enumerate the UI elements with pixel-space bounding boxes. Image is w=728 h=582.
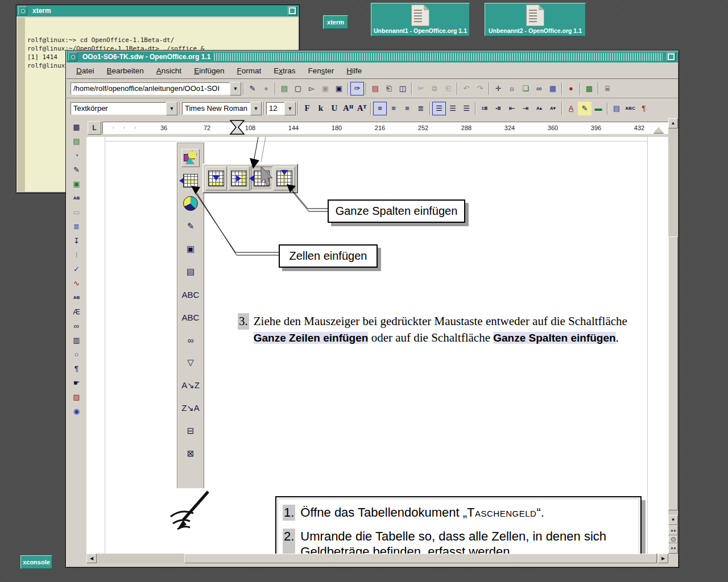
menu-extras[interactable]: Extras [267, 65, 301, 77]
save-document-icon[interactable]: ▣ [318, 82, 332, 95]
align-right-icon[interactable]: ≡ [400, 102, 414, 115]
highlight-color-icon[interactable]: ✎ [578, 102, 592, 115]
menu-einfuegen[interactable]: Einfügen [188, 65, 230, 77]
window-maximize-button[interactable] [667, 52, 676, 61]
scroll-up-button[interactable]: ▲ [668, 118, 678, 128]
superscript-icon[interactable]: Aᴴ [341, 102, 355, 115]
copy-icon[interactable]: ⧉ [428, 82, 441, 95]
stop-loading-icon[interactable]: ● [259, 82, 273, 95]
insert-object-icon[interactable]: ◔ [70, 148, 84, 162]
export-pdf-icon[interactable]: ▤ [369, 82, 382, 95]
insert-graphics-icon[interactable]: ▩ [582, 82, 596, 95]
url-input[interactable]: /home/rolf/openoffice/anleitungen/OOo1-S… [71, 82, 230, 95]
edit-mode-icon[interactable]: ✑ [350, 82, 364, 95]
paragraph-style-value[interactable]: Textkörper [71, 102, 166, 115]
new-document-icon[interactable]: ▢ [291, 82, 305, 95]
direct-cursor-icon[interactable]: ☛ [70, 376, 84, 389]
xterm-maximize-button[interactable] [288, 6, 297, 15]
insert-table-icon[interactable]: ▦ [70, 120, 84, 134]
menu-ansicht[interactable]: Ansicht [150, 65, 188, 77]
online-layout-toggle-icon[interactable]: ◉ [70, 404, 84, 418]
insert-footnote-icon[interactable]: ↧ [70, 234, 84, 247]
data-sources-icon[interactable]: ▥ [70, 333, 84, 347]
horizontal-scrollbar[interactable]: ◀ ▶ [86, 554, 668, 563]
linespacing-15-icon[interactable]: ☰ [446, 102, 460, 115]
ruler-indent-marker[interactable] [653, 127, 664, 133]
paste-icon[interactable]: ⎗ [441, 82, 455, 95]
xconsole-minimized-icon[interactable]: xconsole [20, 555, 52, 569]
xterm-scrollbar[interactable] [18, 18, 26, 192]
formatting-marks-icon[interactable]: ¶ [637, 102, 651, 115]
vertical-scroll-thumb[interactable] [668, 236, 678, 510]
menu-format[interactable]: Format [230, 65, 267, 77]
minwin-unbenannt1[interactable]: Unbenannt1 - OpenOffice.org 1.1 [371, 3, 470, 36]
font-increase-icon[interactable]: A▴ [532, 102, 546, 115]
form-functions-icon[interactable]: ▣ [70, 177, 84, 190]
hyperlink-icon[interactable]: ∞ [532, 82, 546, 95]
vertical-scroll-track[interactable] [668, 128, 678, 515]
bullet-list-icon[interactable]: •≣ [491, 102, 505, 115]
font-name-value[interactable]: Times New Roman [182, 102, 250, 115]
ruler-tab-type-button[interactable]: L [88, 121, 101, 135]
insert-icon[interactable]: ▤ [70, 134, 84, 148]
bold-icon[interactable]: F [300, 102, 314, 115]
align-left-icon[interactable]: ≡ [373, 102, 387, 115]
align-justify-icon[interactable]: ≣ [414, 102, 428, 115]
page-style-icon[interactable]: ▤ [610, 102, 623, 115]
decrease-indent-icon[interactable]: ⇤ [505, 102, 519, 115]
navigation-button[interactable] [668, 535, 678, 543]
stylist-icon[interactable]: ☼ [505, 82, 519, 95]
url-dropdown-button[interactable]: ▼ [230, 82, 241, 95]
insert-frame-icon[interactable]: ▭ [70, 205, 84, 219]
open-document-icon[interactable]: ▻ [305, 82, 318, 95]
scroll-down-button[interactable]: ▼ [668, 515, 678, 525]
xterm-minimized-icon[interactable]: xterm [323, 15, 348, 29]
window-menu-button[interactable] [68, 52, 77, 61]
auto-spellcheck-icon[interactable]: ∿ [70, 276, 84, 290]
subscript-icon[interactable]: Aᵀ [355, 102, 369, 115]
paragraph-bg-icon[interactable]: ▬ [592, 102, 605, 115]
print-icon[interactable]: ⎗ [382, 82, 396, 95]
paragraph-style-dropdown[interactable]: ▼ [166, 102, 177, 115]
xterm-menu-button[interactable] [18, 6, 27, 15]
spellcheck-abc-icon[interactable]: ABC [623, 102, 637, 115]
font-size-value[interactable]: 12 [266, 102, 284, 115]
draw-functions-icon[interactable]: ✎ [70, 163, 84, 176]
save-all-icon[interactable]: ▣ [332, 82, 346, 95]
font-decrease-icon[interactable]: A▾ [546, 102, 560, 115]
menu-hilfe[interactable]: Hilfe [340, 65, 368, 77]
font-name-dropdown[interactable]: ▼ [250, 102, 262, 115]
menu-fenster[interactable]: Fenster [302, 65, 341, 77]
ruler-strip[interactable]: 3672108144180216252288324360396432468 [102, 122, 668, 134]
insert-ibeam-icon[interactable]: I [70, 248, 84, 261]
next-page-button[interactable]: ▼▼ [668, 543, 678, 554]
linespacing-1-icon[interactable]: ☰ [432, 102, 446, 115]
edit-file-icon[interactable]: ✎ [246, 82, 259, 95]
scroll-right-button[interactable]: ▶ [658, 554, 668, 563]
scroll-left-button[interactable]: ◀ [86, 554, 97, 563]
xterm-titlebar[interactable]: xterm [16, 5, 299, 16]
vertical-scrollbar[interactable]: ▲ ▼ ▲▲ ▼▼ [668, 118, 678, 554]
font-color-icon[interactable]: A̲ [564, 102, 578, 115]
document-view[interactable]: ✎▣▤ABCABC∞▽A↘ZZ↘A⊟⊠ [86, 137, 668, 554]
nonprinting-chars-icon[interactable]: ¶ [70, 361, 84, 375]
menu-datei[interactable]: Datei [70, 65, 101, 77]
horizontal-scroll-track[interactable] [97, 554, 658, 563]
cut-icon[interactable]: ✂ [414, 82, 428, 95]
minwin-unbenannt2[interactable]: Unbenannt2 - OpenOffice.org 1.1 [485, 3, 586, 36]
find-icon[interactable]: ∞ [70, 319, 84, 332]
open-drawer-icon[interactable]: ⌸ [601, 82, 614, 95]
autotext-icon[interactable]: AB [70, 191, 84, 205]
zoom-icon[interactable]: ○ [70, 347, 84, 361]
redo-icon[interactable]: ↷ [473, 82, 487, 95]
numbered-list-icon[interactable]: 1≣ [478, 102, 491, 115]
hyphenation-icon[interactable]: AB [70, 290, 84, 304]
graphics-toggle-icon[interactable]: ▨ [70, 390, 84, 404]
linespacing-2-icon[interactable]: ☰ [460, 102, 473, 115]
align-center-icon[interactable]: ≡ [387, 102, 400, 115]
previous-page-button[interactable]: ▲▲ [668, 525, 678, 535]
underline-icon[interactable]: U [328, 102, 341, 115]
numbering-icon[interactable]: ≣ [70, 219, 84, 233]
new-doc-from-template-icon[interactable]: ▤ [278, 82, 291, 95]
online-layout-icon[interactable]: ▦ [546, 82, 560, 95]
